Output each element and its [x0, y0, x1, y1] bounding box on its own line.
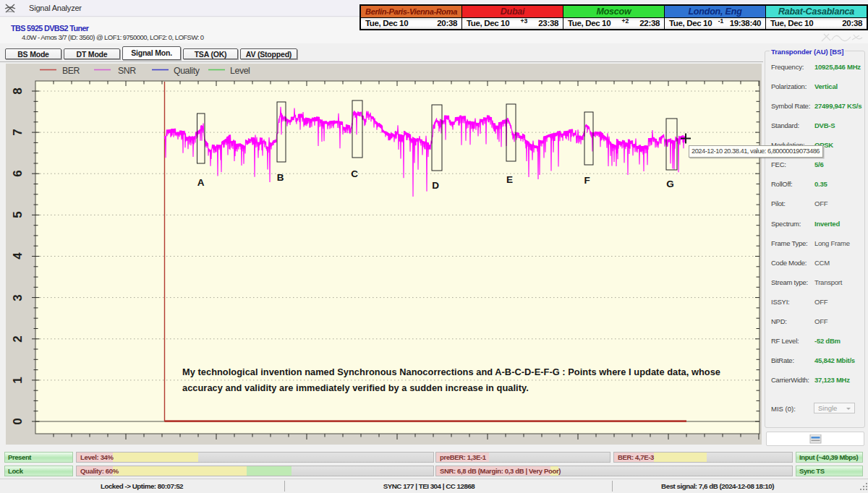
- svg-text:Level: Level: [230, 66, 250, 76]
- svg-text:8: 8: [11, 87, 25, 94]
- svg-text:B: B: [277, 172, 284, 183]
- svg-text:F: F: [584, 175, 590, 186]
- svg-text:5: 5: [11, 211, 25, 218]
- svg-text:SNR: SNR: [118, 66, 136, 76]
- svg-text:1: 1: [11, 377, 25, 383]
- svg-text:E: E: [506, 174, 513, 185]
- svg-text:BER: BER: [62, 66, 80, 76]
- svg-text:7: 7: [11, 129, 25, 135]
- svg-text:A: A: [197, 177, 205, 188]
- svg-text:C: C: [351, 168, 358, 179]
- svg-text:4: 4: [11, 252, 25, 260]
- svg-text:6: 6: [11, 170, 25, 176]
- svg-text:3: 3: [11, 294, 25, 301]
- svg-text:2: 2: [11, 335, 25, 342]
- svg-text:D: D: [432, 180, 439, 191]
- svg-text:G: G: [666, 179, 674, 189]
- svg-text:0: 0: [11, 418, 25, 424]
- svg-text:Quality: Quality: [174, 66, 200, 76]
